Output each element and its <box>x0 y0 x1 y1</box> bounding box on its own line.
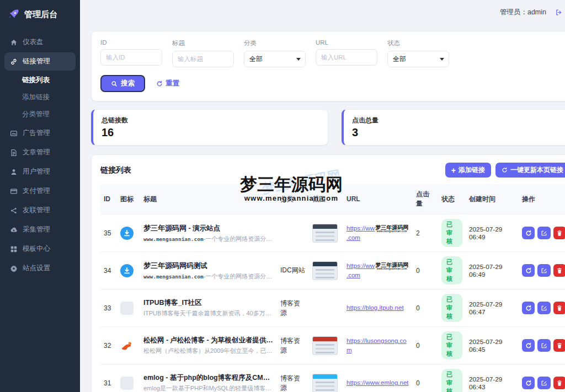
update-page-links-button[interactable]: 一键更新本页链接 <box>495 163 565 178</box>
column-header: 分类 <box>277 184 309 214</box>
sidebar-item-8[interactable]: 模板中心 <box>4 240 76 258</box>
column-header: 图标 <box>117 184 140 214</box>
link-url[interactable]: https://ww梦三年源码网www.mengsannian.com.com <box>347 262 409 278</box>
cell-created: 2025-07-29 06:49 <box>466 252 519 289</box>
site-favicon <box>120 339 134 352</box>
row-delete-button[interactable] <box>553 377 565 389</box>
row-refresh-button[interactable] <box>522 377 535 389</box>
logout-icon <box>555 9 562 16</box>
column-header: 截图 <box>309 184 343 214</box>
title-input[interactable] <box>172 51 234 67</box>
url-watermark: 梦三年源码网www.mengsannian.com <box>375 225 408 233</box>
sidebar-subitem[interactable]: 链接列表 <box>0 72 80 89</box>
stat-label: 点击总量 <box>352 116 565 125</box>
row-delete-button[interactable] <box>553 339 565 352</box>
url-watermark: 梦三年源码网www.mengsannian.com <box>375 262 408 271</box>
link-url[interactable]: https://www.emlog.net <box>347 379 409 386</box>
screenshot-thumbnail <box>312 336 338 355</box>
sidebar-item-6[interactable]: 友联管理 <box>4 201 76 219</box>
row-refresh-button[interactable] <box>522 302 535 314</box>
sidebar-item-1[interactable]: 链接管理 <box>4 52 76 71</box>
refresh-icon <box>502 167 508 173</box>
filter-panel: ID 标题 分类 全部 URL 状态 全部 搜索 <box>91 31 565 101</box>
row-refresh-button[interactable] <box>522 339 535 352</box>
table-body: 35 梦三年源码网 - 演示站点 www.mengsannian.com-一个专… <box>100 214 565 392</box>
id-input[interactable] <box>100 49 162 66</box>
template-icon <box>10 245 18 253</box>
sidebar-item-4[interactable]: 用户管理 <box>4 163 76 181</box>
sidebar-subitem[interactable]: 分类管理 <box>0 106 80 123</box>
reset-button[interactable]: 重置 <box>156 79 179 88</box>
search-icon <box>111 80 118 87</box>
trash-icon <box>556 305 563 312</box>
cell-clicks: 0 <box>413 364 438 392</box>
status-select[interactable]: 全部 <box>387 51 449 67</box>
link-title: emlog - 基于php的blog博客程序及CMS建站系统 <box>143 373 274 383</box>
stat-card-total-clicks: 点击总量 3 <box>342 109 565 146</box>
screenshot-thumbnail <box>312 261 338 280</box>
links-table-panel: 链接列表 + 添加链接 一键更新本页链接 ID图标标题分类截图URL点击量状态创… <box>91 154 565 392</box>
row-delete-button[interactable] <box>553 227 565 239</box>
link-subtitle: www.mengsannian.com-一个专业的网络资源分享平台,提供各种PH… <box>143 272 274 281</box>
row-edit-button[interactable] <box>537 227 550 239</box>
row-refresh-button[interactable] <box>522 227 535 239</box>
main-area: 管理员：admin 退出 ID 标题 分类 全部 URL <box>80 0 565 392</box>
link-url[interactable]: https://blog.itpub.net <box>347 304 404 311</box>
cell-clicks: 0 <box>413 252 438 289</box>
filter-title-label: 标题 <box>172 39 234 47</box>
sidebar-item-5[interactable]: 支付管理 <box>4 182 76 200</box>
row-edit-button[interactable] <box>537 377 550 389</box>
link-subtitle: emlog是一款基于PHP和MySQL的轻量级博客及CMS建... <box>143 384 274 392</box>
sidebar-subitem[interactable]: 添加链接 <box>0 89 80 106</box>
app-title: 管理后台 <box>24 9 57 20</box>
sidebar-item-9[interactable]: 站点设置 <box>4 259 76 277</box>
link-icon <box>10 58 18 66</box>
sidebar-item-3[interactable]: 文章管理 <box>4 143 76 162</box>
sidebar-item-2[interactable]: 广告管理 <box>4 124 76 142</box>
row-edit-button[interactable] <box>537 302 550 314</box>
refresh-icon <box>525 342 532 349</box>
friendlink-icon <box>10 207 18 214</box>
url-input[interactable] <box>316 49 377 66</box>
stat-value: 3 <box>352 126 565 139</box>
row-delete-button[interactable] <box>553 264 565 277</box>
cell-category <box>277 214 309 252</box>
filter-category: 分类 全部 <box>244 39 306 67</box>
filter-url: URL <box>316 39 377 67</box>
cell-clicks: 2 <box>413 214 438 252</box>
category-select[interactable]: 全部 <box>244 51 306 67</box>
filter-url-label: URL <box>316 39 377 46</box>
column-header: 操作 <box>519 184 565 214</box>
row-edit-button[interactable] <box>537 339 550 352</box>
edit-icon <box>541 305 547 312</box>
row-delete-button[interactable] <box>553 302 565 314</box>
sidebar-item-0[interactable]: 仪表盘 <box>4 33 76 51</box>
sidebar-item-7[interactable]: 采集管理 <box>4 221 76 239</box>
row-edit-button[interactable] <box>537 264 550 277</box>
filter-title: 标题 <box>172 39 234 67</box>
download-icon <box>120 264 134 277</box>
refresh-icon <box>525 305 532 312</box>
row-refresh-button[interactable] <box>522 264 535 277</box>
cloud-icon <box>10 226 18 234</box>
cell-created: 2025-07-29 06:47 <box>466 289 519 327</box>
edit-icon <box>541 230 547 237</box>
logout-button[interactable]: 退出 <box>555 8 565 17</box>
link-url[interactable]: https://ww梦三年源码网www.mengsannian.com.com <box>347 225 409 240</box>
home-icon <box>10 39 18 46</box>
gear-icon <box>10 265 18 272</box>
screenshot-thumbnail <box>312 374 338 392</box>
search-button[interactable]: 搜索 <box>100 75 145 92</box>
sidebar: 管理后台 仪表盘 链接管理 链接列表添加链接分类管理 广告管理 文章管理 用户管… <box>0 0 80 392</box>
link-url[interactable]: https://lusongsong.com <box>347 337 407 353</box>
add-link-button[interactable]: + 添加链接 <box>445 163 491 178</box>
link-title: 梦三年源码网 - 演示站点 <box>143 223 274 233</box>
plus-icon: + <box>451 167 456 174</box>
status-badge: 已审核 <box>441 369 462 392</box>
filter-status: 状态 全部 <box>387 39 449 67</box>
users-icon <box>10 168 18 176</box>
filter-category-label: 分类 <box>244 39 306 47</box>
edit-icon <box>541 342 547 349</box>
cell-id: 32 <box>100 327 117 364</box>
admin-label: 管理员：admin <box>500 8 546 17</box>
